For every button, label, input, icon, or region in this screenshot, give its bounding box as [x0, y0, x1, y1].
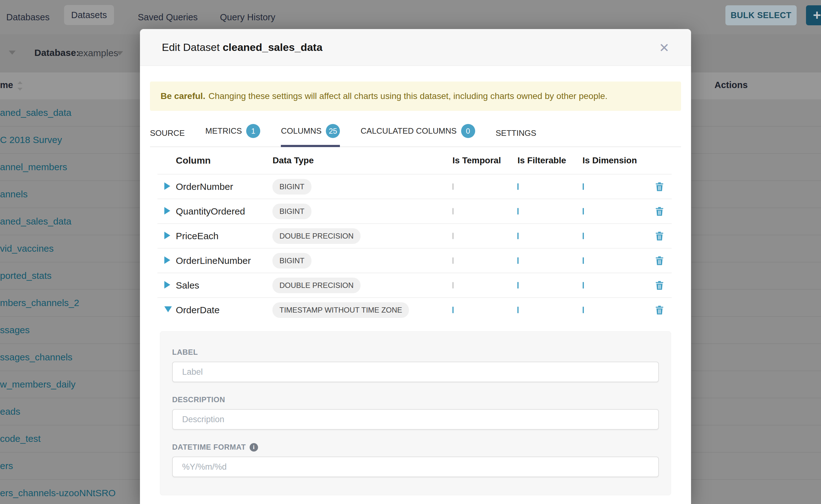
data-type-pill: BIGINT: [272, 179, 311, 195]
delete-icon[interactable]: [655, 231, 664, 241]
warning-bold: Be careful.: [161, 91, 205, 101]
expand-caret-icon[interactable]: [164, 256, 170, 264]
dataset-link[interactable]: annel_members: [0, 162, 67, 172]
is-dimension-checkbox[interactable]: [583, 307, 584, 313]
dataset-link[interactable]: mbers_channels_2: [0, 298, 79, 308]
delete-icon[interactable]: [655, 256, 664, 266]
is-temporal-checkbox[interactable]: [453, 282, 454, 289]
nav-tab-datasets[interactable]: Datasets: [64, 5, 114, 25]
is-dimension-checkbox[interactable]: [583, 257, 584, 264]
data-type-pill: BIGINT: [272, 253, 311, 269]
dataset-link[interactable]: vid_vaccines: [0, 243, 54, 254]
dataset-link[interactable]: ported_stats: [0, 270, 52, 281]
datetime-format-input[interactable]: [172, 457, 659, 477]
tab-label: SETTINGS: [496, 128, 537, 138]
column-name: OrderLineNumber: [176, 255, 273, 266]
tab-calculated-columns[interactable]: CALCULATED COLUMNS 0: [360, 124, 475, 147]
database-filter-label: Database:: [34, 47, 79, 58]
is-filterable-checkbox[interactable]: [517, 183, 519, 190]
expand-caret-icon[interactable]: [164, 182, 170, 190]
description-field-label: DESCRIPTION: [172, 395, 659, 404]
delete-icon[interactable]: [655, 305, 664, 315]
is-dimension-header: Is Dimension: [583, 156, 648, 166]
chevron-down-icon[interactable]: [116, 51, 123, 55]
modal-title-prefix: Edit Dataset: [162, 41, 220, 53]
dataset-link[interactable]: ssages: [0, 325, 30, 335]
is-temporal-checkbox[interactable]: [453, 307, 454, 313]
dataset-link[interactable]: ers: [0, 461, 13, 471]
is-temporal-header: Is Temporal: [453, 156, 517, 166]
dataset-link[interactable]: aned_sales_data: [0, 216, 72, 227]
tab-settings[interactable]: SETTINGS: [496, 128, 537, 147]
actions-column-header: Actions: [715, 80, 748, 90]
modal-title: Edit Dataset cleaned_sales_data: [162, 41, 322, 53]
warning-text: Changing these settings will affect all …: [208, 91, 607, 101]
is-dimension-checkbox[interactable]: [583, 282, 584, 289]
delete-icon[interactable]: [655, 280, 664, 290]
delete-icon[interactable]: [655, 182, 664, 192]
data-type-pill: BIGINT: [272, 204, 311, 219]
tab-columns[interactable]: COLUMNS 25: [281, 124, 340, 147]
screen: Databases Datasets Saved Queries Query H…: [0, 0, 821, 504]
table-row: QuantityOrdered BIGINT: [157, 199, 672, 223]
name-column-header[interactable]: me: [0, 80, 13, 90]
expand-caret-icon[interactable]: [164, 207, 170, 215]
column-name: Sales: [176, 280, 273, 291]
calculated-columns-count-badge: 0: [461, 124, 475, 138]
label-input[interactable]: [172, 362, 659, 382]
table-row: Sales DOUBLE PRECISION: [157, 273, 672, 297]
is-temporal-checkbox[interactable]: [453, 233, 454, 239]
is-filterable-checkbox[interactable]: [517, 208, 519, 215]
data-type-pill: TIMESTAMP WITHOUT TIME ZONE: [272, 302, 409, 318]
is-filterable-checkbox[interactable]: [517, 257, 519, 264]
is-dimension-checkbox[interactable]: [583, 233, 584, 239]
nav-tab-databases[interactable]: Databases: [6, 0, 50, 34]
is-temporal-checkbox[interactable]: [453, 208, 454, 215]
table-row: OrderLineNumber BIGINT: [157, 248, 672, 273]
is-dimension-checkbox[interactable]: [583, 183, 584, 190]
is-dimension-checkbox[interactable]: [583, 208, 584, 215]
is-filterable-checkbox[interactable]: [517, 233, 519, 239]
tab-metrics[interactable]: METRICS 1: [205, 124, 260, 147]
data-type-header: Data Type: [272, 156, 453, 166]
add-dataset-button[interactable]: +: [806, 5, 821, 25]
database-filter-value[interactable]: examples: [78, 48, 118, 58]
info-icon[interactable]: i: [250, 443, 258, 452]
is-filterable-checkbox[interactable]: [517, 307, 519, 313]
dataset-link[interactable]: aned_sales_data: [0, 107, 72, 118]
is-temporal-checkbox[interactable]: [453, 257, 454, 264]
is-filterable-header: Is Filterable: [517, 156, 582, 166]
column-name: OrderNumber: [176, 181, 273, 192]
metrics-count-badge: 1: [246, 124, 260, 138]
dataset-link[interactable]: ers_channels-uzooNNtSRO: [0, 488, 116, 498]
expand-caret-icon[interactable]: [164, 281, 170, 289]
label-field-label: LABEL: [172, 348, 659, 357]
delete-icon[interactable]: [655, 206, 664, 216]
column-header: Column: [176, 155, 273, 166]
columns-count-badge: 25: [326, 124, 340, 138]
modal-tabs: SOURCE METRICS 1 COLUMNS 25 CALCULATED C…: [150, 124, 681, 147]
tab-label: CALCULATED COLUMNS: [360, 126, 457, 136]
dataset-link[interactable]: eads: [0, 406, 20, 417]
dataset-link[interactable]: annels: [0, 189, 27, 200]
sort-icon[interactable]: [17, 81, 22, 91]
collapse-caret-icon[interactable]: [164, 306, 172, 312]
close-icon[interactable]: ✕: [657, 40, 672, 55]
tab-source[interactable]: SOURCE: [150, 128, 185, 147]
expand-caret-icon[interactable]: [164, 232, 170, 239]
dataset-link[interactable]: w_members_daily: [0, 379, 76, 390]
dataset-link[interactable]: ssages_channels: [0, 352, 72, 363]
modal-title-dataset-name: cleaned_sales_data: [223, 41, 322, 53]
is-temporal-checkbox[interactable]: [453, 183, 454, 190]
description-input[interactable]: [172, 409, 659, 430]
data-type-pill: DOUBLE PRECISION: [272, 228, 360, 244]
is-filterable-checkbox[interactable]: [517, 282, 519, 289]
dataset-link[interactable]: code_test: [0, 433, 41, 444]
column-name: OrderDate: [176, 305, 273, 315]
bulk-select-button[interactable]: BULK SELECT: [725, 5, 797, 25]
chevron-down-icon[interactable]: [9, 51, 16, 55]
edit-dataset-modal: Edit Dataset cleaned_sales_data ✕ Be car…: [140, 29, 691, 504]
dataset-link[interactable]: C 2018 Survey: [0, 135, 62, 145]
table-row: OrderDate TIMESTAMP WITHOUT TIME ZONE: [157, 297, 672, 322]
table-row: OrderNumber BIGINT: [157, 174, 672, 199]
